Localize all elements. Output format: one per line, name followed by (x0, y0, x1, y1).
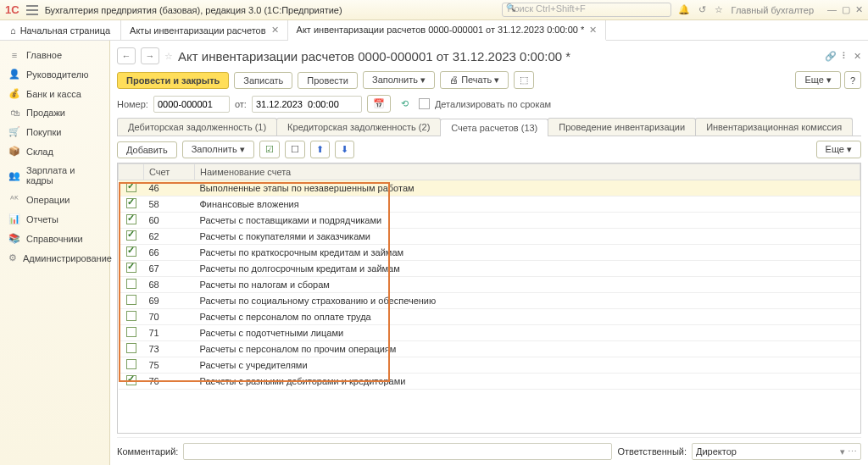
table-row[interactable]: 73 Расчеты с персоналом по прочим операц… (119, 341, 860, 357)
number-label: Номер: (117, 99, 148, 109)
move-up[interactable]: ⬆ (310, 141, 330, 158)
table-row[interactable]: 71 Расчеты с подотчетными лицами (119, 325, 860, 341)
calendar-icon[interactable]: 📅 (367, 95, 391, 113)
sidebar-item[interactable]: 📦Склад (0, 141, 109, 161)
col-check[interactable] (119, 164, 144, 180)
comment-label: Комментарий: (117, 446, 178, 457)
more-button[interactable]: Еще ▾ (795, 71, 840, 89)
table-row[interactable]: 60 Расчеты с поставщиками и подрядчиками (119, 213, 860, 229)
sidebar-item[interactable]: 👤Руководителю (0, 64, 109, 84)
check-all[interactable]: ☑ (259, 141, 280, 158)
star-icon[interactable]: ☆ (715, 4, 723, 15)
resp-select[interactable]: Директор ▾ ⋯ (692, 443, 861, 460)
sidebar-item[interactable]: 👥Зарплата и кадры (0, 161, 109, 190)
extra-button[interactable]: ⬚ (514, 71, 534, 89)
table-row[interactable]: 75 Расчеты с учредителями (119, 357, 860, 374)
sidebar-item[interactable]: ᴬᴷОперации (0, 190, 109, 209)
inner-tab[interactable]: Счета расчетов (13) (440, 119, 548, 136)
inner-tab[interactable]: Кредиторская задолженность (2) (276, 118, 441, 136)
date-field[interactable] (252, 96, 362, 113)
col-acc[interactable]: Счет (144, 164, 195, 180)
row-checkbox[interactable] (126, 311, 136, 321)
print-button[interactable]: 🖨 Печать ▾ (440, 71, 509, 89)
fill-button[interactable]: Заполнить ▾ (363, 71, 435, 89)
sidebar-item[interactable]: 📚Справочники (0, 229, 109, 248)
save-button[interactable]: Записать (234, 72, 292, 89)
app-logo: 1C (5, 3, 19, 16)
history-icon[interactable]: ↺ (698, 4, 706, 15)
row-checkbox[interactable] (126, 295, 136, 305)
table-row[interactable]: 58 Финансовые вложения (119, 197, 860, 213)
rows-more-button[interactable]: Еще ▾ (816, 141, 861, 158)
sidebar-item[interactable]: 📊Отчеты (0, 209, 109, 229)
close-tab-icon[interactable]: ✕ (271, 25, 279, 36)
sidebar-item[interactable]: ≡Главное (0, 46, 109, 64)
close-tab-icon[interactable]: ✕ (589, 25, 597, 36)
sidebar-icon: 🛒 (8, 126, 20, 137)
sidebar-item[interactable]: 💰Банк и касса (0, 84, 109, 103)
fill-rows-button[interactable]: Заполнить ▾ (182, 141, 254, 158)
comment-field[interactable] (183, 443, 612, 460)
table-row[interactable]: 68 Расчеты по налогам и сборам (119, 277, 860, 293)
help-button[interactable]: ? (844, 71, 861, 89)
add-button[interactable]: Добавить (117, 141, 177, 158)
table-row[interactable]: 67 Расчеты по долгосрочным кредитам и за… (119, 261, 860, 277)
close-icon[interactable]: ✕ (855, 4, 863, 15)
refresh-icon[interactable]: ⟲ (396, 96, 414, 112)
sidebar-item[interactable]: ⚙Администрирование (0, 248, 109, 268)
doc-tab[interactable]: Акты инвентаризации расчетов✕ (121, 20, 287, 40)
sidebar-icon: 📚 (8, 233, 20, 244)
row-checkbox[interactable] (126, 327, 136, 337)
row-checkbox[interactable] (126, 279, 136, 289)
fav-icon[interactable]: ☆ (164, 51, 173, 62)
inner-tab[interactable]: Инвентаризационная комиссия (695, 118, 853, 136)
nav-back[interactable]: ← (117, 47, 136, 64)
user-label[interactable]: Главный бухгалтер (732, 5, 814, 15)
sidebar-item[interactable]: 🛍Продажи (0, 103, 109, 122)
search-input[interactable]: Поиск Ctrl+Shift+F (502, 3, 671, 17)
burger-icon[interactable] (26, 5, 38, 15)
chevron-down-icon: ▾ ⋯ (840, 446, 857, 457)
row-checkbox[interactable] (126, 246, 136, 257)
pin-icon[interactable]: ⠇ (842, 51, 849, 62)
row-checkbox[interactable] (126, 343, 136, 353)
sidebar-item[interactable]: 🛒Покупки (0, 122, 109, 141)
row-checkbox[interactable] (126, 375, 136, 385)
row-checkbox[interactable] (126, 182, 136, 192)
move-down[interactable]: ⬇ (335, 141, 354, 158)
post-close-button[interactable]: Провести и закрыть (117, 72, 229, 89)
table-row[interactable]: 46 Выполненные этапы по незавершенным ра… (119, 180, 860, 197)
doc-tab[interactable]: Акт инвентаризации расчетов 0000-000001 … (288, 20, 607, 41)
number-field[interactable] (153, 96, 230, 113)
sidebar-icon: ᴬᴷ (8, 194, 20, 205)
sidebar-icon: 📦 (8, 146, 20, 157)
post-button[interactable]: Провести (298, 72, 358, 89)
accounts-grid[interactable]: Счет Наименование счета 46 Выполненные э… (117, 163, 861, 434)
row-checkbox[interactable] (126, 263, 136, 273)
maximize-icon[interactable]: ▢ (842, 4, 850, 15)
row-checkbox[interactable] (126, 214, 136, 224)
col-name[interactable]: Наименование счета (195, 164, 860, 180)
sidebar-icon: 👤 (8, 69, 20, 80)
home-tab[interactable]: ⌂ Начальная страница (0, 20, 121, 40)
table-row[interactable]: 69 Расчеты по социальному страхованию и … (119, 293, 860, 309)
uncheck-all[interactable]: ☐ (285, 141, 305, 158)
table-row[interactable]: 76 Расчеты с разными дебиторами и кредит… (119, 374, 860, 390)
sidebar-icon: ⚙ (8, 252, 17, 263)
table-row[interactable]: 62 Расчеты с покупателями и заказчиками (119, 229, 860, 245)
sidebar-icon: 👥 (8, 170, 20, 181)
table-row[interactable]: 70 Расчеты с персоналом по оплате труда (119, 309, 860, 325)
detail-checkbox[interactable] (419, 98, 430, 109)
nav-fwd[interactable]: → (141, 47, 159, 64)
minimize-icon[interactable]: — (827, 4, 837, 15)
inner-tab[interactable]: Дебиторская задолженность (1) (117, 118, 277, 136)
close-doc[interactable]: ✕ (854, 51, 861, 62)
bell-icon[interactable]: 🔔 (678, 4, 690, 15)
row-checkbox[interactable] (126, 198, 136, 208)
row-checkbox[interactable] (126, 359, 136, 369)
table-row[interactable]: 66 Расчеты по краткосрочным кредитам и з… (119, 245, 860, 261)
inner-tab[interactable]: Проведение инвентаризации (548, 118, 696, 136)
link-icon[interactable]: 🔗 (825, 51, 837, 62)
row-checkbox[interactable] (126, 230, 136, 241)
home-icon: ⌂ (10, 25, 16, 36)
